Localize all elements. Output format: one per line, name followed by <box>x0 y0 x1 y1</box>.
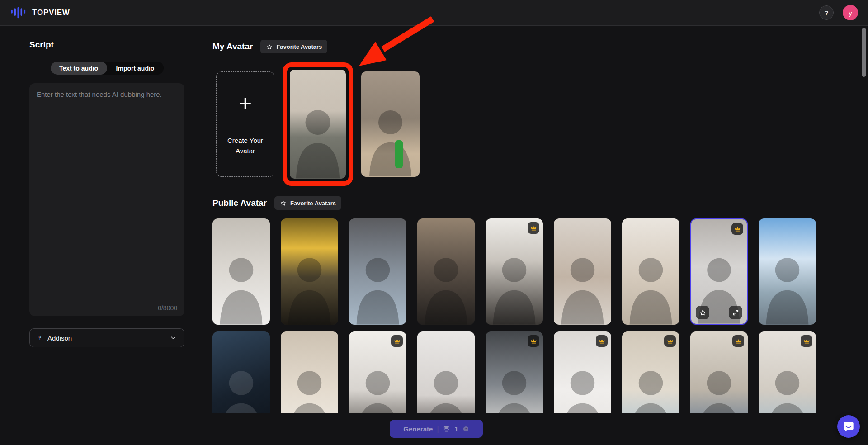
premium-crown-badge <box>528 335 539 347</box>
avatar-photo <box>281 218 338 325</box>
chat-launcher-button[interactable] <box>837 415 860 438</box>
credit-info-icon: ? <box>462 426 469 432</box>
tab-import-audio[interactable]: Import audio <box>107 62 164 75</box>
brand: TOPVIEW <box>11 6 70 19</box>
public-avatar-card-14[interactable] <box>486 331 543 413</box>
my-avatar-card-selected[interactable] <box>290 70 346 179</box>
crown-icon <box>803 338 810 345</box>
script-panel: Script Text to audio Import audio 0/8000… <box>29 40 184 347</box>
favorite-star-button[interactable] <box>696 306 709 319</box>
person-silhouette <box>486 357 543 413</box>
person-silhouette <box>281 244 338 325</box>
audio-source-tabs: Text to audio Import audio <box>51 62 164 75</box>
premium-crown-badge <box>732 335 744 347</box>
chevron-down-icon <box>170 334 177 341</box>
avatar-photo <box>622 218 679 325</box>
public-avatar-card-10[interactable] <box>212 331 270 413</box>
public-avatar-card-13[interactable] <box>417 331 475 413</box>
premium-crown-badge <box>731 223 743 235</box>
avatar-photo <box>417 331 475 413</box>
avatar-photo <box>349 218 406 325</box>
script-input[interactable] <box>29 83 184 316</box>
divider: | <box>437 425 439 433</box>
public-avatar-card-15[interactable] <box>554 331 611 413</box>
svg-text:?: ? <box>465 427 467 431</box>
topview-logo-icon <box>11 6 27 19</box>
avatar-photo <box>212 331 270 413</box>
chat-bubble-icon <box>843 421 854 432</box>
selected-avatar-highlight <box>283 62 353 186</box>
person-silhouette <box>290 95 346 178</box>
crown-icon <box>599 338 605 345</box>
public-avatar-title: Public Avatar <box>212 198 267 208</box>
expand-arrows-icon <box>732 309 739 316</box>
public-avatar-card-3[interactable] <box>349 218 406 325</box>
create-avatar-card[interactable]: + Create Your Avatar <box>216 71 274 177</box>
person-silhouette <box>417 357 475 413</box>
public-avatar-card-5[interactable] <box>486 218 543 325</box>
person-silhouette <box>759 244 816 325</box>
voice-select[interactable]: ♀ Addison <box>29 328 184 347</box>
star-icon <box>699 309 707 317</box>
scrollbar-thumb[interactable] <box>862 28 866 77</box>
public-avatar-card-18[interactable] <box>759 331 816 413</box>
person-silhouette <box>349 244 406 325</box>
my-avatar-header: My Avatar Favorite Avatars <box>212 40 836 53</box>
public-avatar-card-7[interactable] <box>622 218 679 325</box>
avatar-photo <box>554 218 611 325</box>
script-input-wrap: 0/8000 <box>29 83 184 318</box>
generate-button[interactable]: Generate | 1 ? <box>390 420 483 438</box>
brand-name: TOPVIEW <box>32 8 70 17</box>
crown-icon <box>530 225 537 232</box>
voice-name: Addison <box>47 334 72 342</box>
person-silhouette <box>349 357 406 413</box>
person-silhouette <box>486 244 543 325</box>
public-avatar-card-1[interactable] <box>212 218 270 325</box>
help-button[interactable]: ? <box>819 5 834 20</box>
sprite-bottle <box>395 140 403 168</box>
female-symbol-icon: ♀ <box>37 334 42 342</box>
my-favorite-avatars-button[interactable]: Favorite Avatars <box>260 40 327 53</box>
public-avatar-card-12[interactable] <box>349 331 406 413</box>
person-silhouette <box>554 244 611 325</box>
public-avatar-card-8[interactable] <box>690 218 748 325</box>
crown-icon <box>394 338 401 345</box>
person-silhouette <box>622 244 679 325</box>
public-avatar-card-17[interactable] <box>690 331 748 413</box>
public-avatar-grid <box>212 218 816 413</box>
expand-button[interactable] <box>729 306 742 319</box>
public-favorite-avatars-button[interactable]: Favorite Avatars <box>274 196 341 210</box>
person-silhouette <box>622 357 679 413</box>
premium-crown-badge <box>596 335 608 347</box>
avatar-photo <box>417 218 475 325</box>
crown-icon <box>734 226 741 232</box>
person-silhouette <box>361 96 420 176</box>
char-counter: 0/8000 <box>158 304 177 312</box>
my-avatar-row: + Create Your Avatar <box>212 62 836 186</box>
person-silhouette <box>759 357 816 413</box>
public-avatar-card-9[interactable] <box>759 218 816 325</box>
premium-crown-badge <box>664 335 676 347</box>
avatar-photo <box>759 218 816 325</box>
user-avatar[interactable]: y <box>843 5 858 20</box>
public-avatar-card-2[interactable] <box>281 218 338 325</box>
public-avatar-card-16[interactable] <box>622 331 679 413</box>
tab-text-to-audio[interactable]: Text to audio <box>51 62 107 75</box>
star-icon <box>266 43 273 50</box>
credit-cost: 1 <box>454 425 458 433</box>
avatar-photo <box>281 331 338 413</box>
public-avatar-card-6[interactable] <box>554 218 611 325</box>
person-silhouette <box>281 357 338 413</box>
premium-crown-badge <box>528 222 539 234</box>
my-avatar-card-sprite[interactable] <box>361 71 420 177</box>
person-silhouette <box>690 357 748 413</box>
public-avatar-card-11[interactable] <box>281 331 338 413</box>
person-silhouette <box>212 357 270 413</box>
create-avatar-label: Create Your Avatar <box>222 135 269 156</box>
avatar-photo <box>486 218 543 325</box>
avatar-panel: My Avatar Favorite Avatars + Create Your… <box>212 40 836 413</box>
public-avatar-header: Public Avatar Favorite Avatars <box>212 196 836 210</box>
my-avatar-title: My Avatar <box>212 42 253 52</box>
public-avatar-card-4[interactable] <box>417 218 475 325</box>
person-silhouette <box>417 244 475 325</box>
